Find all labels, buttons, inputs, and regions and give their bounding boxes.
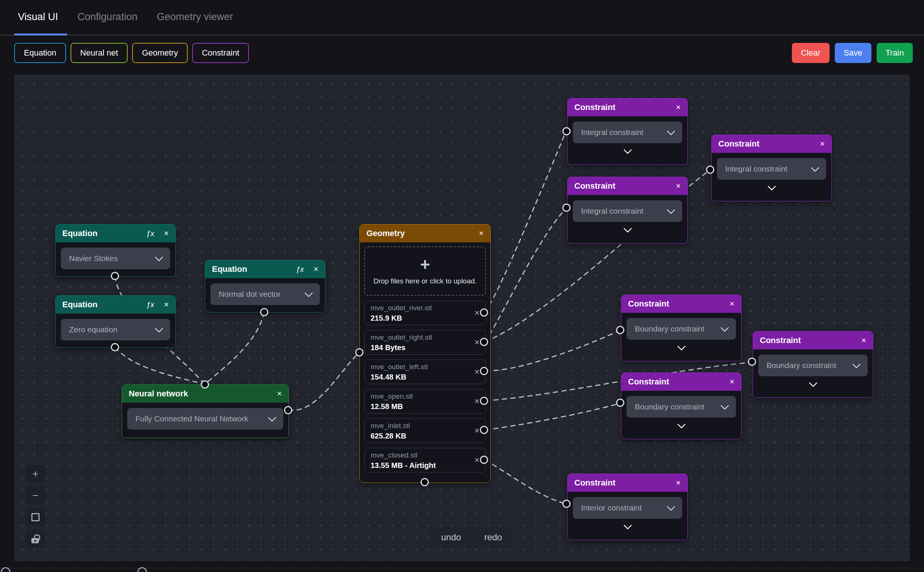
remove-file-icon[interactable]: × (474, 396, 480, 406)
constraint-type-select[interactable]: Integral constraint (717, 158, 826, 180)
node-header[interactable]: Equation ƒx × (205, 260, 325, 278)
node-header[interactable]: Equation ƒx × (56, 224, 175, 242)
edge[interactable] (206, 312, 264, 384)
edge[interactable] (485, 403, 620, 430)
equation-select[interactable]: Zero equation (61, 319, 170, 340)
equation-node[interactable]: Equation ƒx × Zero equation (55, 295, 176, 348)
node-header[interactable]: Constraint × (567, 177, 687, 195)
fx-icon[interactable]: ƒx (296, 266, 304, 273)
expand-node-button[interactable] (626, 340, 736, 351)
remove-file-icon[interactable]: × (474, 367, 480, 377)
expand-node-button[interactable] (573, 222, 682, 233)
node-header[interactable]: Constraint × (621, 295, 741, 313)
fx-icon[interactable]: ƒx (146, 230, 154, 237)
equation-select[interactable]: Normal dot vector (210, 283, 320, 305)
close-icon[interactable]: × (277, 390, 282, 398)
node-header[interactable]: Constraint × (567, 474, 687, 492)
edge[interactable] (485, 460, 566, 504)
edge[interactable] (115, 347, 204, 384)
file-upload-dropzone[interactable]: + Drop files here or click to upload. (364, 247, 486, 296)
input-port[interactable] (355, 348, 363, 356)
tab-configuration[interactable]: Configuration (78, 11, 138, 23)
expand-node-button[interactable] (717, 180, 826, 191)
expand-node-button[interactable] (626, 418, 736, 429)
constraint-node[interactable]: Constraint × Integral constraint (567, 177, 688, 244)
node-header[interactable]: Constraint × (753, 331, 873, 350)
fit-view-button[interactable] (25, 508, 45, 526)
equation-node[interactable]: Equation ƒx × Navier Stokes (55, 224, 176, 277)
train-button[interactable]: Train (877, 43, 913, 63)
close-icon[interactable]: × (164, 300, 169, 309)
constraint-node[interactable]: Constraint × Integral constraint (711, 135, 832, 201)
save-button[interactable]: Save (835, 43, 871, 63)
file-output-port[interactable] (480, 426, 488, 434)
close-icon[interactable]: × (861, 336, 866, 345)
add-geometry-button[interactable]: Geometry (132, 43, 188, 63)
constraint-node[interactable]: Constraint × Integral constraint (567, 98, 688, 165)
remove-file-icon[interactable]: × (474, 426, 480, 436)
close-icon[interactable]: × (313, 265, 318, 273)
close-icon[interactable]: × (479, 229, 484, 238)
redo-button[interactable]: redo (473, 527, 513, 548)
output-port[interactable] (260, 308, 268, 316)
clear-button[interactable]: Clear (792, 43, 830, 63)
input-port[interactable] (616, 326, 624, 334)
file-output-port[interactable] (480, 367, 488, 375)
add-neural-net-button[interactable]: Neural net (70, 43, 128, 63)
equation-node[interactable]: Equation ƒx × Normal dot vector (205, 260, 326, 312)
lock-button[interactable] (25, 530, 45, 548)
input-port[interactable] (563, 500, 570, 508)
constraint-node[interactable]: Constraint × Boundary constraint (621, 295, 742, 361)
expand-node-button[interactable] (758, 376, 868, 387)
constraint-node[interactable]: Constraint × Boundary constraint (621, 373, 742, 439)
zoom-out-button[interactable]: − (25, 487, 45, 505)
output-port[interactable] (421, 478, 429, 486)
node-header[interactable]: Geometry × (360, 224, 490, 242)
input-port[interactable] (706, 166, 714, 174)
node-header[interactable]: Constraint × (621, 373, 741, 391)
expand-node-button[interactable] (573, 519, 682, 530)
constraint-type-select[interactable]: Interior constraint (573, 497, 682, 519)
constraint-type-select[interactable]: Integral constraint (573, 200, 682, 222)
edge[interactable] (485, 331, 620, 371)
remove-file-icon[interactable]: × (474, 308, 480, 318)
network-type-select[interactable]: Fully Connected Neural Network (127, 408, 283, 429)
remove-file-icon[interactable]: × (474, 455, 480, 465)
node-header[interactable]: Equation ƒx × (56, 296, 175, 314)
add-constraint-button[interactable]: Constraint (192, 43, 249, 63)
file-output-port[interactable] (480, 338, 488, 346)
close-icon[interactable]: × (676, 103, 681, 112)
input-port[interactable] (201, 380, 209, 389)
equation-select[interactable]: Navier Stokes (61, 247, 170, 269)
add-equation-button[interactable]: Equation (14, 43, 66, 63)
output-port[interactable] (111, 343, 119, 351)
file-output-port[interactable] (480, 455, 488, 464)
expand-node-button[interactable] (573, 143, 682, 154)
tab-geometry-viewer[interactable]: Geometry viewer (157, 11, 233, 23)
file-output-port[interactable] (480, 308, 488, 317)
constraint-type-select[interactable]: Integral constraint (573, 121, 682, 143)
close-icon[interactable]: × (729, 300, 734, 308)
constraint-type-select[interactable]: Boundary constraint (626, 396, 736, 418)
constraint-node[interactable]: Constraint × Interior constraint (567, 474, 688, 540)
node-editor-canvas[interactable]: Equation ƒx × Navier Stokes Equation ƒx … (14, 75, 910, 561)
fx-icon[interactable]: ƒx (146, 301, 154, 308)
input-port[interactable] (616, 399, 624, 407)
input-port[interactable] (748, 358, 756, 366)
remove-file-icon[interactable]: × (474, 337, 480, 348)
edge[interactable] (485, 132, 566, 312)
node-header[interactable]: Constraint × (712, 135, 832, 153)
undo-button[interactable]: undo (430, 527, 472, 548)
node-header[interactable]: Constraint × (567, 98, 687, 117)
geometry-node[interactable]: Geometry × + Drop files here or click to… (359, 224, 491, 483)
output-port[interactable] (284, 406, 292, 414)
constraint-node[interactable]: Constraint × Boundary constraint (753, 331, 873, 398)
close-icon[interactable]: × (676, 479, 681, 487)
input-port[interactable] (563, 204, 570, 212)
constraint-type-select[interactable]: Boundary constraint (626, 318, 736, 340)
input-port[interactable] (563, 127, 570, 135)
zoom-in-button[interactable]: + (25, 465, 45, 483)
file-output-port[interactable] (480, 397, 488, 405)
output-port[interactable] (111, 272, 119, 280)
close-icon[interactable]: × (676, 182, 681, 190)
